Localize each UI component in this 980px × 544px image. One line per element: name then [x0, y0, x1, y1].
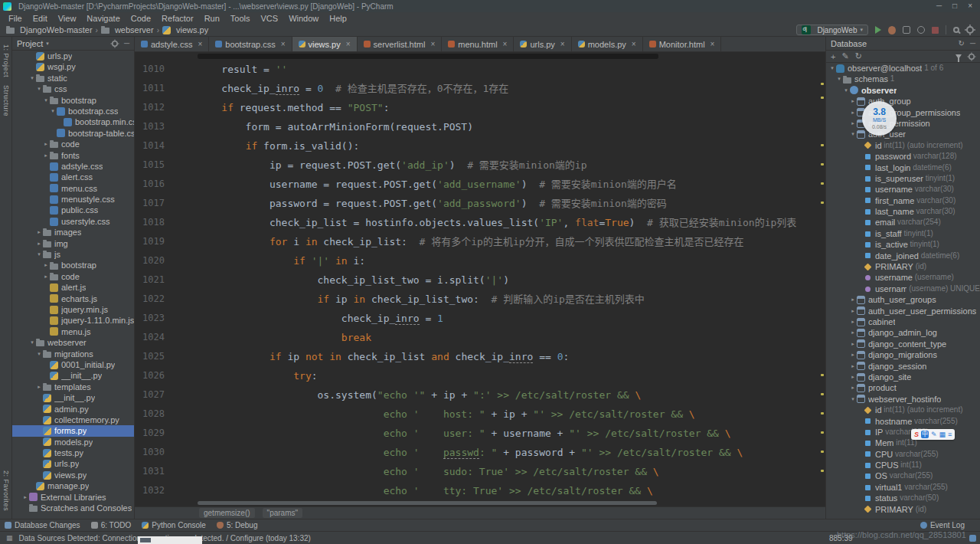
ime-icon-0[interactable]: S	[914, 429, 919, 440]
db-item-cpus[interactable]: CPUS int(11)	[826, 460, 980, 470]
close-button[interactable]: ×	[968, 0, 972, 12]
tab-bootstrap-css[interactable]: bootstrap.css×	[209, 37, 292, 51]
db-item-id[interactable]: id int(11) (auto increment)	[826, 405, 980, 415]
menu-file[interactable]: File	[3, 14, 28, 23]
tab-monitor-html[interactable]: Monitor.html×	[643, 37, 722, 51]
project-item-bootstrap-css[interactable]: ▾bootstrap.css	[12, 106, 134, 116]
toolwindow-switcher-icon[interactable]: ▦	[6, 534, 13, 542]
project-item-0001-initial-py[interactable]: 0001_initial.py	[12, 359, 134, 370]
network-speed-badge[interactable]: 3.8 MB/S 0.08/s	[862, 101, 897, 136]
db-item-is-superuser[interactable]: is_superuser tinyint(1)	[826, 173, 980, 184]
ime-icon-4[interactable]: ≡	[948, 429, 952, 440]
expand-arrow-icon[interactable]: ▸	[849, 316, 857, 327]
project-item-bootstrap-table-css[interactable]: bootstrap-table.css	[12, 128, 134, 139]
expand-arrow-icon[interactable]: ▸	[849, 382, 857, 393]
menu-run[interactable]: Run	[199, 14, 225, 23]
db-item-cabinet[interactable]: ▸cabinet	[826, 316, 980, 327]
expand-arrow-icon[interactable]: ▾	[28, 337, 36, 348]
expand-arrow-icon[interactable]: ▾	[35, 84, 43, 94]
menu-refactor[interactable]: Refactor	[156, 14, 199, 23]
close-tab-icon[interactable]: ×	[198, 40, 202, 48]
coverage-button[interactable]	[903, 26, 910, 34]
project-item-adstyle-css[interactable]: adstyle.css	[12, 161, 134, 172]
project-item-admin-py[interactable]: admin.py	[12, 404, 134, 415]
db-item-observer[interactable]: ▾observer	[826, 85, 980, 96]
project-item-manage-py[interactable]: manage.py	[12, 480, 134, 491]
expand-arrow-icon[interactable]: ▾	[849, 129, 857, 139]
close-tab-icon[interactable]: ×	[346, 40, 351, 48]
close-tab-icon[interactable]: ×	[430, 40, 435, 48]
project-item-code[interactable]: ▸code	[12, 271, 134, 282]
project-item-code[interactable]: ▸code	[12, 139, 134, 149]
expand-arrow-icon[interactable]: ▸	[42, 139, 50, 149]
menu-edit[interactable]: Edit	[28, 14, 53, 23]
expand-arrow-icon[interactable]: ▸	[849, 118, 857, 129]
tool-button-python-console[interactable]: Python Console	[142, 521, 206, 529]
expand-arrow-icon[interactable]: ▸	[849, 327, 857, 338]
db-item-primary[interactable]: PRIMARY (id)	[826, 504, 980, 515]
tool-button-project[interactable]: 1: Project	[2, 44, 10, 77]
breadcrumb-item-djangoweb-master[interactable]: DjangoWeb-master	[6, 25, 93, 34]
tool-button-database-changes[interactable]: Database Changes	[5, 521, 80, 529]
expand-arrow-icon[interactable]: ▾	[35, 249, 43, 260]
expand-arrow-icon[interactable]: ▸	[849, 96, 857, 107]
close-tab-icon[interactable]: ×	[503, 40, 508, 48]
menu-navigate[interactable]: Navigate	[81, 14, 125, 23]
project-item-webserver[interactable]: ▾webserver	[12, 337, 134, 348]
project-item-urls-py[interactable]: urls.py	[12, 458, 134, 469]
editor-breadcrumb-params[interactable]: "params"	[263, 508, 302, 518]
menu-view[interactable]: View	[53, 14, 82, 23]
project-item-init-py[interactable]: __init__.py	[12, 370, 134, 381]
ime-icon-2[interactable]: ✎	[931, 429, 937, 440]
db-item-observer-localhost[interactable]: ▾observer@localhost 1 of 6	[826, 63, 980, 74]
expand-arrow-icon[interactable]: ▸	[42, 271, 50, 282]
menu-tools[interactable]: Tools	[225, 14, 256, 23]
project-item-init-py[interactable]: __init__.py	[12, 392, 134, 403]
project-item-bootstrap[interactable]: ▾bootstrap	[12, 95, 134, 106]
db-item-cpu[interactable]: CPU varchar(255)	[826, 449, 980, 460]
db-item-username[interactable]: username varchar(30)	[826, 184, 980, 195]
stop-button[interactable]	[932, 27, 939, 34]
tab-serverlist-html[interactable]: serverlist.html×	[358, 37, 443, 51]
project-item-jquery-min-js[interactable]: jquery.min.js	[12, 304, 134, 315]
db-item-auth-user-groups[interactable]: ▸auth_user_groups	[826, 294, 980, 305]
project-item-css[interactable]: ▾css	[12, 84, 134, 94]
expand-arrow-icon[interactable]: ▸	[35, 382, 43, 392]
project-item-views-py[interactable]: views.py	[12, 470, 134, 480]
tab-adstyle-css[interactable]: adstyle.css×	[135, 37, 209, 51]
db-item-password[interactable]: password varchar(128)	[826, 151, 980, 162]
expand-arrow-icon[interactable]: ▸	[849, 349, 857, 360]
project-item-fonts[interactable]: ▸fonts	[12, 150, 134, 161]
edit-icon[interactable]: ✎	[841, 51, 848, 61]
db-item-auth-group-permissions[interactable]: ▸auth_group_permissions	[826, 107, 980, 118]
tool-button-5-debug[interactable]: 5: Debug	[217, 521, 258, 529]
project-item-jquery-1-11-0-min-js[interactable]: jquery-1.11.0.min.js	[12, 315, 134, 326]
expand-arrow-icon[interactable]: ▸	[849, 339, 857, 349]
project-item-menustyle-css[interactable]: menustyle.css	[12, 194, 134, 205]
code-editor[interactable]: 1010 result = ''1011 check_ip_inro = 0 #…	[135, 52, 825, 500]
project-item-external-libraries[interactable]: ▸External Libraries	[12, 492, 134, 503]
project-item-scratches-and-consoles[interactable]: Scratches and Consoles	[12, 503, 134, 513]
db-item-primary[interactable]: PRIMARY (id)	[826, 261, 980, 272]
tab-urls-py[interactable]: urls.py×	[514, 37, 571, 51]
project-item-alert-css[interactable]: alert.css	[12, 172, 134, 182]
expand-arrow-icon[interactable]: ▸	[849, 361, 857, 372]
run-config-select[interactable]: DjangoWeb ▾	[796, 25, 868, 35]
breadcrumb-item-views-py[interactable]: views.py	[162, 25, 208, 34]
menu-window[interactable]: Window	[283, 14, 324, 23]
project-item-userstyle-css[interactable]: userstyle.css	[12, 216, 134, 227]
hide-panel-icon[interactable]: ─	[124, 39, 129, 48]
tool-button-favorites[interactable]: 2: Favorites	[2, 470, 10, 511]
db-item-auth-user-user-permissions[interactable]: ▸auth_user_user_permissions	[826, 306, 980, 316]
db-item-status[interactable]: status varchar(50)	[826, 493, 980, 503]
breadcrumb-item-webserver[interactable]: webserver	[101, 25, 154, 34]
debug-button[interactable]	[888, 26, 896, 34]
db-item-django-session[interactable]: ▸django_session	[826, 361, 980, 372]
horizontal-scrollbar[interactable]	[135, 500, 825, 506]
ime-icon-1[interactable]: 中	[921, 431, 929, 438]
database-settings-icon[interactable]	[969, 54, 975, 60]
project-item-js[interactable]: ▾js	[12, 249, 134, 260]
editor-breadcrumb-getmemsize[interactable]: getmemsize()	[199, 508, 255, 518]
expand-arrow-icon[interactable]: ▸	[849, 107, 857, 118]
db-item-django-site[interactable]: ▸django_site	[826, 372, 980, 382]
